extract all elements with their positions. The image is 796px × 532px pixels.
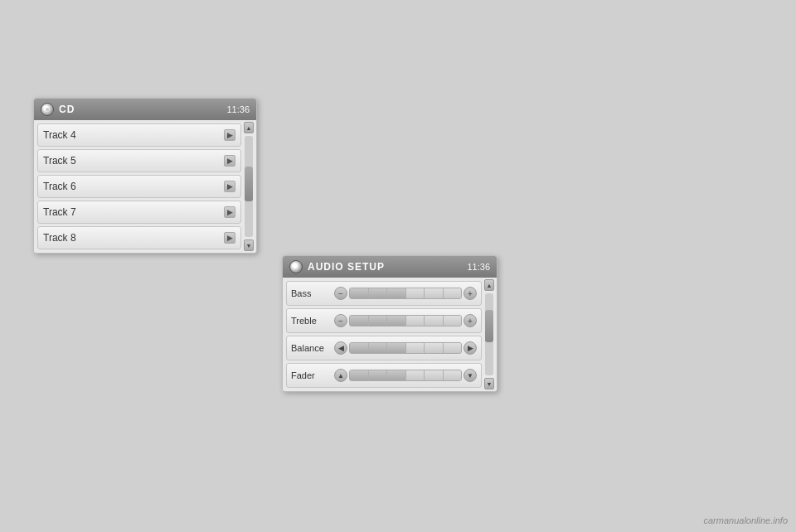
- seg: [387, 370, 406, 380]
- seg: [406, 288, 425, 298]
- seg: [369, 316, 388, 326]
- track-item-8[interactable]: Track 8 ▶: [37, 226, 241, 249]
- seg: [406, 316, 425, 326]
- audio-scroll-up-button[interactable]: ▲: [484, 279, 494, 291]
- track-arrow-4[interactable]: ▶: [224, 129, 235, 141]
- balance-label: Balance: [291, 343, 331, 353]
- track-label-8: Track 8: [43, 232, 76, 244]
- track-label-5: Track 5: [43, 155, 76, 167]
- balance-row: Balance ◀ ▶: [286, 336, 482, 360]
- treble-slider-track[interactable]: [349, 315, 462, 326]
- track-arrow-7[interactable]: ▶: [224, 206, 235, 218]
- cd-disc-icon: [41, 103, 54, 116]
- cd-panel-time: 11:36: [226, 104, 250, 114]
- bass-minus-button[interactable]: −: [334, 287, 347, 300]
- cd-scroll-track: [245, 136, 253, 237]
- seg: [387, 316, 406, 326]
- seg: [350, 343, 369, 353]
- audio-header-left: AUDIO SETUP: [289, 260, 385, 273]
- cd-panel-title: CD: [59, 104, 75, 115]
- treble-row: Treble − +: [286, 308, 482, 333]
- audio-control-list: Bass − + Treble: [283, 278, 497, 391]
- seg: [387, 343, 406, 353]
- fader-slider-track[interactable]: [349, 370, 462, 381]
- cd-track-list: Track 4 ▶ Track 5 ▶ Track 6 ▶ Track 7 ▶ …: [34, 120, 256, 253]
- bass-slider-control: − +: [334, 287, 477, 300]
- audio-panel-title: AUDIO SETUP: [308, 261, 385, 273]
- track-item-4[interactable]: Track 4 ▶: [37, 123, 241, 147]
- seg: [387, 288, 406, 298]
- audio-scroll-down-button[interactable]: ▼: [484, 378, 494, 389]
- seg: [350, 370, 369, 380]
- track-arrow-5[interactable]: ▶: [224, 155, 235, 167]
- cd-header-left: CD: [41, 103, 75, 116]
- audio-panel: AUDIO SETUP 11:36 Bass − +: [282, 255, 498, 392]
- balance-left-button[interactable]: ◀: [334, 341, 347, 355]
- cd-scroll-thumb: [245, 167, 253, 202]
- track-arrow-8[interactable]: ▶: [224, 232, 235, 244]
- seg: [350, 316, 369, 326]
- audio-panel-time: 11:36: [467, 262, 490, 272]
- balance-right-button[interactable]: ▶: [464, 341, 477, 355]
- cd-scroll-down-button[interactable]: ▼: [244, 239, 254, 251]
- seg: [425, 343, 444, 353]
- seg: [406, 370, 425, 380]
- balance-slider-track[interactable]: [349, 342, 462, 354]
- seg: [444, 343, 462, 353]
- cd-panel-header: CD 11:36: [34, 99, 256, 120]
- treble-minus-button[interactable]: −: [334, 314, 347, 327]
- treble-plus-button[interactable]: +: [464, 314, 477, 327]
- fader-row: Fader ▲ ▼: [286, 363, 482, 388]
- cd-panel: CD 11:36 Track 4 ▶ Track 5 ▶ Track 6 ▶ T…: [33, 98, 257, 254]
- track-label-7: Track 7: [43, 206, 76, 218]
- bass-slider-track[interactable]: [349, 288, 462, 299]
- track-item-5[interactable]: Track 5 ▶: [37, 149, 241, 172]
- fader-slider-control: ▲ ▼: [334, 369, 477, 382]
- bass-plus-button[interactable]: +: [464, 287, 477, 300]
- bass-label: Bass: [291, 288, 331, 298]
- seg: [369, 370, 388, 380]
- seg: [425, 288, 444, 298]
- track-label-4: Track 4: [43, 129, 76, 141]
- treble-slider-control: − +: [334, 314, 477, 327]
- audio-disc-icon: [289, 260, 303, 273]
- bass-row: Bass − +: [286, 281, 482, 306]
- cd-scroll-up-button[interactable]: ▲: [244, 122, 254, 133]
- audio-panel-header: AUDIO SETUP 11:36: [283, 256, 497, 278]
- watermark: carmanualonline.info: [703, 515, 788, 525]
- seg: [425, 370, 444, 380]
- seg: [444, 370, 462, 380]
- treble-label: Treble: [291, 316, 331, 326]
- seg: [369, 343, 388, 353]
- seg: [406, 343, 425, 353]
- track-item-6[interactable]: Track 6 ▶: [37, 175, 241, 198]
- track-arrow-6[interactable]: ▶: [224, 181, 235, 192]
- track-label-6: Track 6: [43, 181, 76, 192]
- seg: [350, 288, 369, 298]
- seg: [444, 316, 462, 326]
- track-item-7[interactable]: Track 7 ▶: [37, 201, 241, 224]
- fader-up-button[interactable]: ▲: [334, 369, 347, 382]
- balance-slider-control: ◀ ▶: [334, 341, 477, 355]
- seg: [444, 288, 462, 298]
- fader-label: Fader: [291, 370, 331, 380]
- audio-scroll-track: [485, 293, 493, 375]
- seg: [369, 288, 388, 298]
- audio-scroll-thumb: [485, 310, 493, 343]
- fader-down-button[interactable]: ▼: [464, 369, 477, 382]
- seg: [425, 316, 444, 326]
